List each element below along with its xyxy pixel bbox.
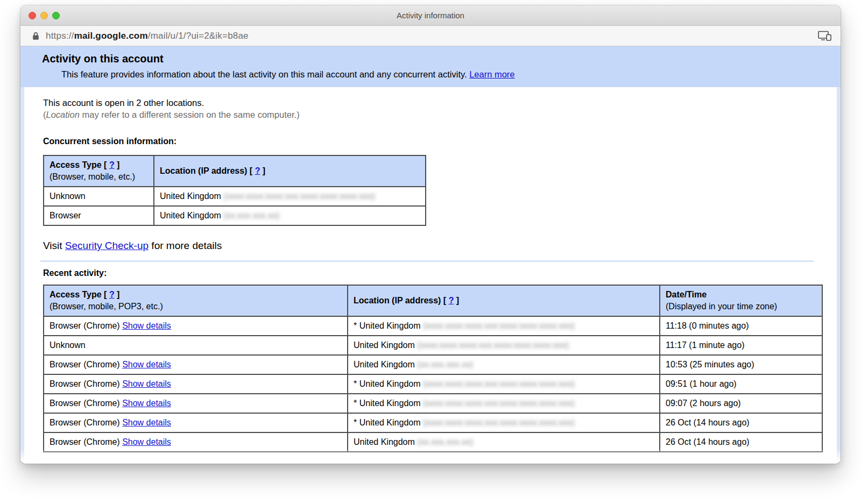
traffic-lights (29, 5, 60, 25)
location-cell: * United Kingdom (xxxx:xxxx:xxxx:xxx:xxx… (348, 316, 660, 336)
table-header-row: Access Type [ ? ](Browser, mobile, etc.)… (44, 155, 426, 187)
url-scheme: https:// (46, 31, 74, 41)
section-divider (40, 260, 814, 262)
redacted-ip: (xx.xxx.xxx.xx) (417, 360, 473, 369)
url-host: mail.google.com (74, 31, 148, 41)
table-row: Unknown United Kingdom (xxxx:xxxx:xxxx:x… (44, 336, 822, 355)
window-title: Activity information (397, 11, 464, 20)
redacted-ip: (xx.xxx.xxx.xx) (417, 437, 473, 446)
redacted-ip: (xxxx:xxxx:xxxx:xxx:xxxx:xxxx:xxxx:xxx) (423, 418, 575, 427)
access-type-cell: Browser (Chrome) Show details (44, 432, 348, 452)
show-details-link[interactable]: Show details (122, 379, 171, 388)
location-cell: * United Kingdom (xxxx:xxxx:xxxx:xxx:xxx… (348, 394, 660, 413)
minimize-button[interactable] (40, 12, 48, 19)
datetime-cell: 26 Oct (14 hours ago) (660, 413, 822, 432)
access-type-header: Access Type [ ? ](Browser, mobile, POP3,… (44, 285, 348, 316)
show-details-link[interactable]: Show details (122, 360, 171, 369)
access-type-cell: Browser (44, 206, 154, 225)
access-type-cell: Unknown (44, 187, 154, 206)
show-details-link[interactable]: Show details (122, 437, 171, 446)
show-details-link[interactable]: Show details (122, 418, 171, 427)
table-row: Browser (Chrome) Show details * United K… (44, 374, 822, 394)
location-cell: * United Kingdom (xxxx:xxxx:xxxx:xxx:xxx… (348, 413, 660, 432)
table-header-row: Access Type [ ? ](Browser, mobile, POP3,… (44, 285, 822, 316)
table-row: Browser (Chrome) Show details * United K… (44, 316, 822, 336)
devices-icon[interactable] (818, 31, 832, 41)
redacted-ip: (xxxx:xxxx:xxxx:xxx:xxxx:xxxx:xxxx:xxx) (423, 379, 575, 388)
table-row: Browser (Chrome) Show details * United K… (44, 413, 822, 432)
redacted-ip: (xxxx:xxxx:xxxx:xxx:xxxx:xxxx:xxxx:xxx) (423, 321, 575, 330)
page-header-banner: Activity on this account This feature pr… (20, 46, 841, 87)
datetime-header: Date/Time(Displayed in your time zone) (660, 285, 822, 316)
datetime-cell: 10:53 (25 minutes ago) (660, 355, 822, 374)
access-type-cell: Browser (Chrome) Show details (44, 394, 348, 413)
datetime-cell: 11:18 (0 minutes ago) (660, 316, 822, 336)
open-locations-line: This account is open in 2 other location… (43, 97, 837, 109)
lock-icon (32, 32, 39, 40)
security-checkup-link[interactable]: Security Check-up (65, 240, 149, 251)
zoom-button[interactable] (52, 12, 60, 19)
location-cell: United Kingdom (xx.xxx.xxx.xx) (154, 206, 426, 225)
window-titlebar: Activity information (20, 5, 841, 26)
table-row: Browser (Chrome) Show details United Kin… (44, 432, 822, 452)
concurrent-sessions-table: Access Type [ ? ](Browser, mobile, etc.)… (43, 155, 426, 226)
access-type-cell: Browser (Chrome) Show details (44, 413, 348, 432)
concurrent-sessions-heading: Concurrent session information: (43, 137, 837, 146)
location-cell: United Kingdom (xxxx:xxxx:xxxx:xxx:xxxx:… (348, 336, 660, 355)
datetime-cell: 09:51 (1 hour ago) (660, 374, 822, 394)
activity-page: Activity on this account This feature pr… (20, 46, 841, 463)
table-row: Unknown United Kingdom (xxxx:xxxx:xxxx:x… (44, 187, 426, 206)
location-cell: United Kingdom (xx.xxx.xxx.xx) (348, 432, 660, 452)
activity-information-window: Activity information https://mail.google… (20, 5, 841, 464)
page-title: Activity on this account (42, 53, 830, 65)
security-checkup-line: Visit Security Check-up for more details (43, 239, 837, 253)
location-cell: * United Kingdom (xxxx:xxxx:xxxx:xxx:xxx… (348, 374, 660, 394)
redacted-ip: (xxxx:xxxx:xxxx:xxx:xxxx:xxxx:xxxx:xxx) (423, 399, 575, 408)
recent-activity-table: Access Type [ ? ](Browser, mobile, POP3,… (43, 285, 823, 452)
access-type-cell: Browser (Chrome) Show details (44, 355, 348, 374)
location-header: Location (IP address) [ ? ] (154, 155, 426, 187)
datetime-cell: 11:17 (1 minute ago) (660, 336, 822, 355)
url-path: /mail/u/1/?ui=2&ik=b8ae (148, 31, 249, 41)
datetime-cell: 09:07 (2 hours ago) (660, 394, 822, 413)
location-cell: United Kingdom (xx.xxx.xxx.xx) (348, 355, 660, 374)
access-type-cell: Unknown (44, 336, 348, 355)
access-type-cell: Browser (Chrome) Show details (44, 374, 348, 394)
location-note: (Location may refer to a different sessi… (43, 109, 837, 120)
url-text: https://mail.google.com/mail/u/1/?ui=2&i… (46, 31, 249, 41)
location-cell: United Kingdom (xxxx:xxxx:xxxx:xxx:xxxx:… (154, 187, 426, 206)
redacted-ip: (xxxx:xxxx:xxxx:xxx:xxxx:xxxx:xxxx:xxx) (417, 340, 569, 350)
content-area: This account is open in 2 other location… (20, 87, 841, 464)
address-bar[interactable]: https://mail.google.com/mail/u/1/?ui=2&i… (20, 26, 841, 46)
table-row: Browser (Chrome) Show details United Kin… (44, 355, 822, 374)
show-details-link[interactable]: Show details (122, 321, 171, 330)
datetime-cell: 26 Oct (14 hours ago) (660, 432, 822, 452)
close-button[interactable] (29, 12, 36, 19)
table-row: Browser (Chrome) Show details * United K… (44, 394, 822, 413)
location-help-link[interactable]: ? (255, 166, 260, 175)
show-details-link[interactable]: Show details (122, 399, 171, 408)
access-type-help-link[interactable]: ? (109, 290, 115, 299)
access-type-cell: Browser (Chrome) Show details (44, 316, 348, 336)
recent-activity-heading: Recent activity: (43, 268, 837, 278)
redacted-ip: (xxxx:xxxx:xxxx:xxx:xxxx:xxxx:xxxx:xxx) (223, 191, 375, 201)
redacted-ip: (xx.xxx.xxx.xx) (223, 211, 279, 220)
learn-more-link[interactable]: Learn more (469, 69, 514, 79)
page-description: This feature provides information about … (61, 69, 830, 80)
table-row: Browser United Kingdom (xx.xxx.xxx.xx) (44, 206, 426, 225)
access-type-help-link[interactable]: ? (109, 160, 115, 169)
location-header: Location (IP address) [ ? ] (348, 285, 660, 316)
access-type-header: Access Type [ ? ](Browser, mobile, etc.) (44, 155, 154, 187)
location-help-link[interactable]: ? (449, 296, 454, 305)
